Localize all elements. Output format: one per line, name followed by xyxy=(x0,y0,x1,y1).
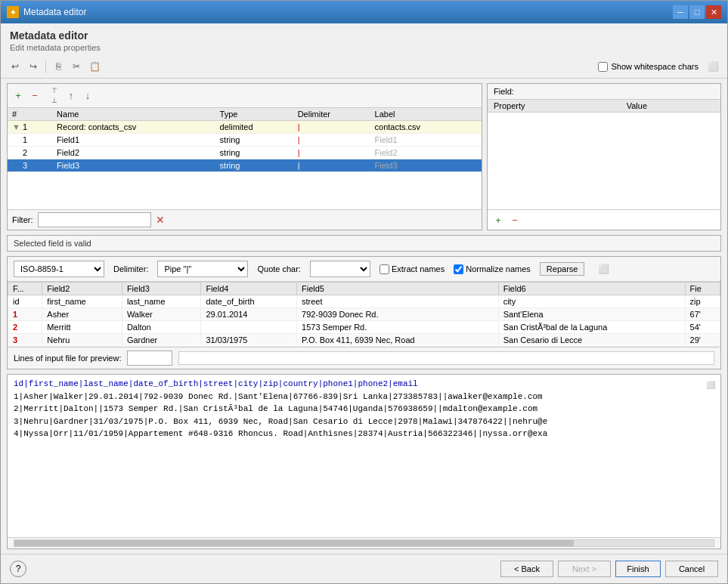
field-name: Field3 xyxy=(52,159,215,172)
cell: zip xyxy=(685,295,720,308)
maximize-button[interactable]: □ xyxy=(689,5,705,19)
cell: 31/03/1975 xyxy=(201,334,297,347)
col-header-name: Name xyxy=(52,108,215,121)
quote-label: Quote char: xyxy=(257,264,300,273)
cell: first_name xyxy=(42,295,122,308)
status-text: Selected field is valid xyxy=(14,239,91,248)
field-type: string xyxy=(215,159,293,172)
app-icon: ✦ xyxy=(7,6,19,18)
cut-button[interactable]: ✂ xyxy=(68,58,85,75)
raw-line: 1|Asher|Walker|29.01.2014|792-9039 Donec… xyxy=(14,391,714,403)
field-type: delimited xyxy=(215,121,293,134)
lines-label: Lines of input file for preview: xyxy=(14,354,121,363)
expand-middle-button[interactable]: ⬜ xyxy=(595,261,612,277)
field-name: Field2 xyxy=(52,147,215,159)
extract-names-checkbox[interactable] xyxy=(379,264,389,274)
table-row: 2 Merritt Dalton 1573 Semper Rd. San Cri… xyxy=(8,321,720,334)
lines-bar: Lines of input file for preview: 10 xyxy=(8,347,720,369)
reparse-button[interactable]: Reparse xyxy=(540,262,585,276)
delimiter-select[interactable]: Pipe "|" Comma "," Tab xyxy=(157,261,248,277)
property-panel: Field: Property Value xyxy=(487,83,721,230)
cell: 54' xyxy=(685,321,720,334)
remove-property-button[interactable]: − xyxy=(507,212,522,227)
property-toolbar: + − xyxy=(488,209,720,230)
fields-table-container: # Name Type Delimiter Label ▼ 1 xyxy=(8,108,482,209)
move-down-button[interactable]: ↓ xyxy=(80,88,95,104)
cell: 3 xyxy=(8,334,42,347)
table-row[interactable]: 3 Field3 string | Field3 xyxy=(8,159,482,172)
toolbar-right: Show whitespace chars ⬜ xyxy=(598,58,721,75)
fields-toolbar: + − ⊤ ⊥ ↑ ↓ xyxy=(8,84,482,108)
bottom-right: < Back Next > Finish Cancel xyxy=(500,561,718,577)
fields-panel: + − ⊤ ⊥ ↑ ↓ # Name xyxy=(7,83,482,230)
next-button[interactable]: Next > xyxy=(558,561,611,577)
field-delimiter: | xyxy=(293,147,370,159)
table-row xyxy=(488,131,720,140)
field-id: 1 xyxy=(8,134,52,147)
title-bar-title: Metadata editor xyxy=(23,7,86,17)
title-bar: ✦ Metadata editor ─ □ ✕ xyxy=(1,1,727,23)
help-button[interactable]: ? xyxy=(10,561,26,577)
cell: 29.01.2014 xyxy=(201,308,297,321)
filter-clear-button[interactable]: ✕ xyxy=(156,214,165,226)
cell: Dalton xyxy=(122,321,201,334)
move-top-button[interactable]: ⊤ xyxy=(47,86,62,95)
encoding-select[interactable]: ISO-8859-1 UTF-8 xyxy=(14,261,104,277)
status-bar: Selected field is valid xyxy=(7,235,721,252)
show-whitespace-checkbox[interactable] xyxy=(598,62,608,72)
preview-table-container: F... Field2 Field3 Field4 Field5 Field6 … xyxy=(8,282,720,347)
field-scroll xyxy=(471,159,482,172)
field-name: Field1 xyxy=(52,134,215,147)
main-content: + − ⊤ ⊥ ↑ ↓ # Name xyxy=(1,79,727,554)
filter-bar: Filter: ✕ xyxy=(8,209,482,230)
field-type: string xyxy=(215,147,293,159)
field-id: 2 xyxy=(8,147,52,159)
cell: Gardner xyxy=(122,334,201,347)
expand-button[interactable]: ⬜ xyxy=(705,58,721,75)
minimize-button[interactable]: ─ xyxy=(673,5,688,19)
preview-col-f5: Field5 xyxy=(297,283,499,295)
cancel-button[interactable]: Cancel xyxy=(665,561,718,577)
table-row: 1 Asher Walker 29.01.2014 792-9039 Donec… xyxy=(8,308,720,321)
quote-select[interactable]: " ' xyxy=(310,261,370,277)
table-row[interactable]: 1 Field1 string | Field1 xyxy=(8,134,482,147)
table-row[interactable]: 2 Field2 string | Field2 xyxy=(8,147,482,159)
paste-button[interactable]: 📋 xyxy=(86,58,103,75)
cell: 29' xyxy=(685,334,720,347)
field-label: Field1 xyxy=(370,134,471,147)
undo-button[interactable]: ↩ xyxy=(7,58,23,75)
expand-raw-button[interactable]: ⬜ xyxy=(702,376,719,393)
cell xyxy=(201,321,297,334)
preview-col-f7: Fie xyxy=(685,283,720,295)
cell: street xyxy=(297,295,499,308)
redo-button[interactable]: ↪ xyxy=(25,58,42,75)
field-delimiter: | xyxy=(293,134,370,147)
move-bottom-button[interactable]: ⊥ xyxy=(47,96,62,105)
table-row[interactable]: ▼ 1 Record: contacts_csv delimited | con… xyxy=(8,121,482,134)
lines-input[interactable]: 10 xyxy=(127,351,172,366)
field-name: Record: contacts_csv xyxy=(52,121,215,134)
bottom-bar: ? < Back Next > Finish Cancel xyxy=(1,554,727,583)
preview-col-f1: F... xyxy=(8,283,42,295)
bottom-left: ? xyxy=(10,561,26,577)
normalize-names-label: Normalize names xyxy=(466,264,531,273)
move-up-button[interactable]: ↑ xyxy=(64,88,79,104)
add-property-button[interactable]: + xyxy=(491,212,506,227)
field-id: 3 xyxy=(8,159,52,172)
preview-col-f4: Field4 xyxy=(201,283,297,295)
cell: id xyxy=(8,295,42,308)
finish-button[interactable]: Finish xyxy=(615,561,661,577)
field-label: contacts.csv xyxy=(370,121,471,134)
remove-field-button[interactable]: − xyxy=(27,88,42,104)
normalize-names-option: Normalize names xyxy=(454,264,531,274)
normalize-names-checkbox[interactable] xyxy=(454,264,463,274)
raw-scrollbar[interactable] xyxy=(8,537,720,548)
copy-button[interactable]: ⎘ xyxy=(50,58,67,75)
back-button[interactable]: < Back xyxy=(500,561,553,577)
add-field-button[interactable]: + xyxy=(11,88,26,104)
close-button[interactable]: ✕ xyxy=(706,5,721,19)
title-bar-buttons: ─ □ ✕ xyxy=(673,5,721,19)
filter-input[interactable] xyxy=(38,212,151,227)
cell: Nehru xyxy=(42,334,122,347)
cell: city xyxy=(498,295,685,308)
